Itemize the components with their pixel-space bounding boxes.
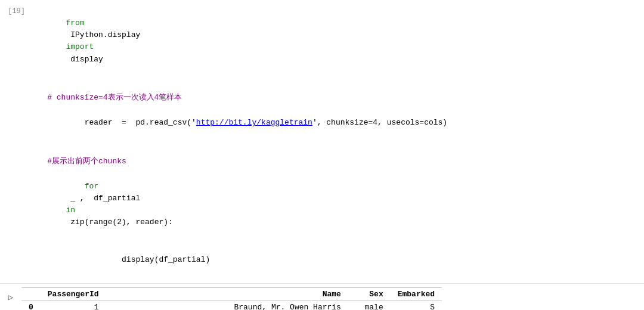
- table1-header-index: [21, 288, 41, 301]
- output-section: ▷ PassengerId Name Sex Embarked 0: [0, 284, 644, 310]
- code-line-blank: [0, 78, 644, 91]
- output-gutter: ▷: [0, 284, 21, 310]
- cell-name: Braund, Mr. Owen Harris: [106, 301, 348, 310]
- code-content-1: from IPython.display import display: [29, 5, 644, 78]
- code-line-comment1: # chunksize=4表示一次读入4笔样本: [0, 91, 644, 104]
- url-link[interactable]: http://bit.ly/kaggletrain: [196, 118, 312, 127]
- cell-passengerid: 1: [41, 301, 106, 310]
- comment-1: # chunksize=4表示一次读入4笔样本: [29, 92, 644, 104]
- code-line-1: [19] from IPython.display import display: [0, 5, 644, 78]
- blank2: [29, 142, 644, 154]
- code-line-comment2: #展示出前两个chunks: [0, 155, 644, 168]
- keyword-import: import: [66, 42, 94, 51]
- table1-header-sex: Sex: [348, 288, 391, 301]
- module-name: IPython.display: [66, 30, 145, 39]
- output-content: PassengerId Name Sex Embarked 0 1 Braund…: [21, 284, 644, 310]
- code-line-reader: reader = pd.read_csv('http://bit.ly/kagg…: [0, 104, 644, 141]
- table-row: 0 1 Braund, Mr. Owen Harris male S: [21, 301, 442, 310]
- cell-embarked: S: [391, 301, 442, 310]
- code-display: display(df_partial): [29, 242, 644, 278]
- comment-2: #展示出前两个chunks: [29, 156, 644, 168]
- keyword-from: from: [66, 18, 84, 27]
- main-container: [19] from IPython.display import display…: [0, 0, 644, 310]
- output-arrow-icon: ▷: [8, 292, 13, 302]
- code-line-blank2: [0, 142, 644, 155]
- blank: [29, 79, 644, 91]
- cell-sex: male: [348, 301, 391, 310]
- table1-header-embarked: Embarked: [391, 288, 442, 301]
- table1-header-row: PassengerId Name Sex Embarked: [21, 288, 442, 301]
- row-index-0: 0: [21, 301, 41, 310]
- code-line-display: display(df_partial): [0, 241, 644, 278]
- table1-header-name: Name: [106, 288, 348, 301]
- table1-header-passengerid: PassengerId: [41, 288, 106, 301]
- code-reader: reader = pd.read_csv('http://bit.ly/kagg…: [29, 105, 644, 141]
- import-name: display: [66, 55, 103, 64]
- data-table-1: PassengerId Name Sex Embarked 0 1 Braund…: [21, 287, 442, 310]
- code-section: [19] from IPython.display import display…: [0, 0, 644, 284]
- code-line-for: for _ , df_partial in zip(range(2), read…: [0, 168, 644, 241]
- line-number-1: [19]: [6, 6, 25, 17]
- code-for: for _ , df_partial in zip(range(2), read…: [29, 169, 644, 241]
